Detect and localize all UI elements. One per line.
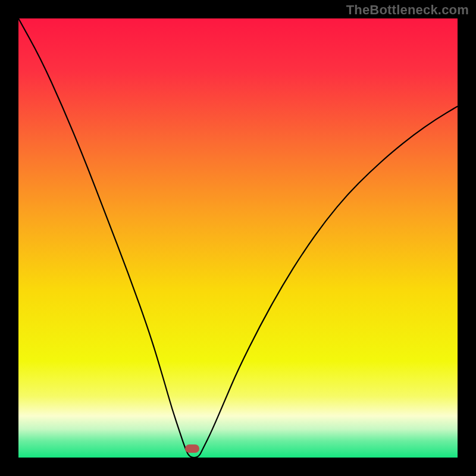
v-curve xyxy=(18,18,458,458)
plot-area xyxy=(18,18,458,458)
watermark-text: TheBottleneck.com xyxy=(346,2,469,18)
notch-marker xyxy=(185,444,199,453)
chart-frame: TheBottleneck.com xyxy=(0,0,476,476)
